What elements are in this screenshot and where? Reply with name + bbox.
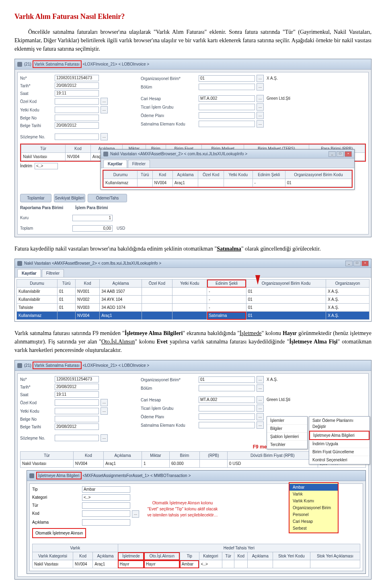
cell[interactable] (222, 560, 234, 568)
cell[interactable] (172, 312, 207, 320)
cell[interactable]: X A.Ş. (326, 304, 370, 312)
cell[interactable]: 01 (57, 296, 75, 304)
input-belgeno[interactable] (55, 115, 99, 121)
cell[interactable]: - (207, 296, 246, 304)
cell[interactable]: 34 AAB 1507 (100, 288, 142, 296)
menu-item[interactable]: Kontrol Seçenekleri (309, 456, 370, 464)
cell[interactable]: Araç1 (100, 312, 142, 320)
cell[interactable]: Kullanılamaz (17, 312, 57, 320)
input-tarih[interactable]: 20/08/2012 (55, 384, 99, 390)
tip-dropdown[interactable]: Ambar Varlık Varlık Kısmı Organizasyonel… (289, 482, 339, 533)
lookup-btn[interactable]: … (257, 405, 264, 412)
input-belgeno[interactable] (55, 416, 99, 422)
menu-group[interactable]: Tercihler (267, 441, 307, 449)
close-btn[interactable]: × (361, 261, 369, 266)
input-kod[interactable] (82, 510, 130, 517)
input-indirim[interactable]: <..> (35, 163, 58, 169)
col-header[interactable]: Edinim Şekli (207, 280, 246, 288)
dropdown-item[interactable]: Ambar (290, 484, 338, 491)
maximize-btn[interactable]: □ (337, 151, 344, 157)
col-header[interactable]: Durumu (17, 280, 57, 288)
input-cari[interactable]: MT.A.002 (199, 95, 255, 102)
cell[interactable]: 01 (246, 288, 326, 296)
input-ticari[interactable] (199, 104, 255, 110)
cell[interactable] (172, 304, 207, 312)
cell[interactable]: - (207, 304, 246, 312)
dropdown-item[interactable]: Personel (290, 511, 338, 518)
lookup-btn[interactable]: … (101, 133, 108, 140)
dropdown-item[interactable]: Cari Hesap (290, 518, 338, 525)
lookup-btn[interactable]: … (257, 421, 264, 429)
input-ticari[interactable] (199, 405, 255, 411)
menu-group[interactable]: Bilgiler (267, 425, 307, 433)
cell[interactable]: NV004 (73, 560, 93, 568)
cell[interactable]: 01 (246, 296, 326, 304)
input-orgbirim[interactable]: 01 (199, 75, 255, 82)
col-header[interactable]: Açıklama (100, 280, 142, 288)
cell[interactable]: NV003 (76, 304, 100, 312)
cell[interactable]: Hayır (144, 560, 180, 568)
cell[interactable]: - (207, 288, 246, 296)
input-no[interactable]: 1208201911254673 (55, 376, 99, 382)
input-tip[interactable]: Ambar (82, 486, 130, 493)
menu-group[interactable]: Şablon İşlemleri (267, 433, 307, 441)
input-sozlesme[interactable] (55, 134, 99, 140)
input-yetkikodu[interactable] (55, 408, 99, 414)
menu-item[interactable]: Birim Fiyat Güncelleme (309, 448, 370, 456)
cell[interactable]: Tahsiste (17, 304, 57, 312)
input-belgetarih[interactable]: 20/08/2012 (55, 122, 99, 129)
tab-sevkiyat[interactable]: Sevkiyat Bilgileri (54, 194, 85, 202)
tab-filtreler[interactable]: Filtreler (128, 160, 150, 168)
input-saat[interactable]: 19:11 (55, 90, 99, 97)
lookup-btn[interactable]: … (101, 106, 108, 113)
oto-isletmeye-alinsin-box[interactable]: Otomatik İşletmeye Alınsın (32, 528, 86, 538)
tab-filtreler[interactable]: Filtreler (42, 269, 64, 277)
cell[interactable]: 01 (57, 288, 75, 296)
cell[interactable] (172, 296, 207, 304)
lookup-btn[interactable]: … (257, 396, 264, 403)
minimize-btn[interactable]: _ (329, 151, 336, 157)
input-bolum[interactable] (199, 385, 255, 391)
cell[interactable]: Hayır (118, 560, 144, 568)
lookup-btn[interactable]: … (257, 413, 264, 420)
input-kategori[interactable]: <..> (82, 494, 130, 501)
input-odemeplan[interactable] (199, 112, 255, 119)
cell[interactable]: Nakil Vasıtası (33, 560, 73, 568)
close-btn[interactable]: × (345, 151, 352, 157)
cell[interactable] (310, 560, 360, 568)
input-aciklama[interactable] (82, 519, 130, 526)
input-sozlesme[interactable] (55, 435, 99, 441)
menu-item-isletmeye-alma[interactable]: İşletmeye Alma Bilgileri (309, 431, 370, 440)
col-header[interactable]: Yetki Kodu (172, 280, 207, 288)
input-satineleman[interactable] (199, 422, 255, 428)
lookup-btn[interactable]: … (101, 399, 108, 406)
cell[interactable]: 01 (246, 304, 326, 312)
cell[interactable] (142, 304, 172, 312)
dropdown-item[interactable]: Organizasyonel Birim (290, 504, 338, 511)
tab-odeme[interactable]: Ödeme/Tahs (88, 194, 127, 202)
tab-kayitlar[interactable]: Kayıtlar (17, 269, 41, 277)
cell[interactable]: 34 AYK 104 (100, 296, 142, 304)
lookup-btn[interactable]: … (257, 75, 264, 82)
cell[interactable]: Ambar (180, 560, 199, 568)
dropdown-item[interactable]: Varlık Kısmı (290, 498, 338, 504)
cell[interactable]: <..> (199, 560, 222, 568)
cell[interactable]: NV004 (76, 312, 100, 320)
lookup-btn[interactable]: … (257, 95, 264, 102)
dropdown-item[interactable]: Serbest (290, 525, 338, 532)
col-header[interactable]: Türü (57, 280, 75, 288)
f9-group-menu[interactable]: İşlemler Bilgiler Şablon İşlemleri Terci… (267, 416, 308, 449)
cell[interactable] (273, 560, 310, 568)
input-odemeplan[interactable] (199, 413, 255, 420)
lookup-btn[interactable]: … (101, 407, 108, 415)
cell[interactable]: Satınalma (207, 312, 246, 320)
lookup-btn[interactable]: … (257, 112, 264, 119)
input-ozelkod[interactable] (55, 98, 99, 105)
cell[interactable]: 34 ADD 1074 (100, 304, 142, 312)
input-bolum[interactable] (199, 84, 255, 90)
input-ozelkod[interactable] (55, 399, 99, 406)
input-cari[interactable]: MT.A.002 (199, 397, 255, 403)
cell[interactable]: X A.Ş. (326, 288, 370, 296)
cell[interactable] (57, 312, 75, 320)
cell[interactable]: X A.Ş. (326, 296, 370, 304)
